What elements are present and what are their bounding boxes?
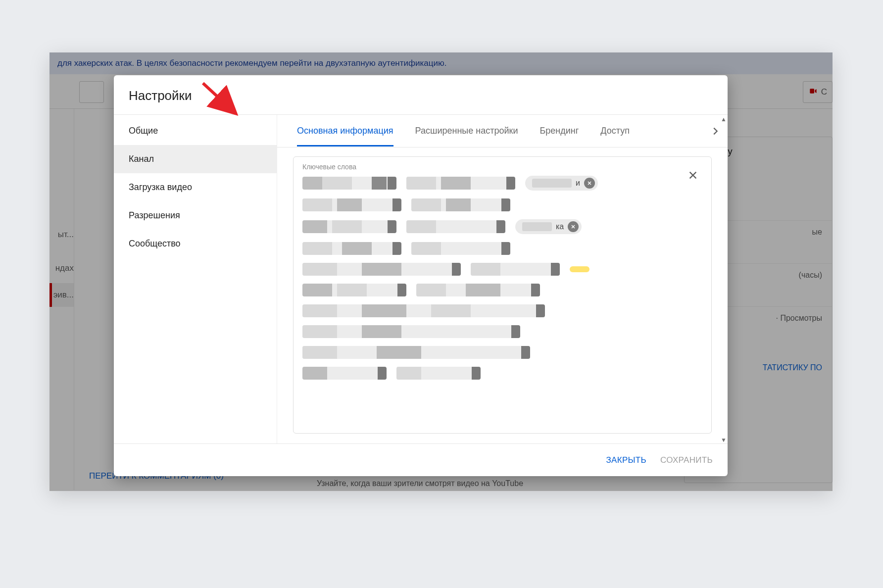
tab-access[interactable]: Доступ bbox=[600, 116, 630, 146]
keyword-chip-partial[interactable]: ка bbox=[515, 219, 582, 234]
chip-remove-icon[interactable] bbox=[568, 221, 579, 232]
sidebar-item-general[interactable]: Общие bbox=[114, 117, 277, 145]
keyword-chip-redacted[interactable] bbox=[406, 177, 515, 190]
keyword-row bbox=[302, 263, 702, 276]
scroll-down-icon[interactable]: ▼ bbox=[721, 437, 727, 442]
scroll-up-icon[interactable]: ▲ bbox=[721, 116, 727, 122]
keywords-field[interactable]: Ключевые слова и bbox=[293, 156, 712, 434]
content-scrollbar[interactable]: ▲ ▼ bbox=[721, 115, 727, 443]
youtube-studio-settings-screenshot: для хакерских атак. В целях безопасности… bbox=[49, 52, 833, 491]
keyword-chip-redacted[interactable] bbox=[302, 325, 520, 338]
keyword-chip-redacted[interactable] bbox=[302, 242, 401, 255]
keyword-chip-redacted[interactable] bbox=[471, 263, 560, 276]
keyword-chip-partial[interactable]: и bbox=[525, 176, 598, 191]
modal-footer: ЗАКРЫТЬ СОХРАНИТЬ bbox=[114, 443, 728, 476]
keyword-chip-redacted[interactable] bbox=[416, 284, 540, 296]
keyword-row bbox=[302, 367, 702, 380]
keyword-chip-redacted[interactable] bbox=[302, 263, 461, 276]
keyword-chip-redacted[interactable] bbox=[411, 198, 510, 211]
settings-sidebar: Общие Канал Загрузка видео Разрешения Со… bbox=[114, 115, 277, 443]
sidebar-item-channel[interactable]: Канал bbox=[114, 145, 277, 173]
keyword-row bbox=[302, 198, 702, 211]
keyword-chip-tail-text: ка bbox=[556, 222, 564, 231]
close-button[interactable]: ЗАКРЫТЬ bbox=[606, 455, 646, 465]
keyword-row bbox=[302, 284, 702, 296]
keyword-row bbox=[302, 242, 702, 255]
sidebar-item-upload[interactable]: Загрузка видео bbox=[114, 173, 277, 201]
keyword-chips-area: и bbox=[302, 176, 702, 380]
settings-content: Основная информация Расширенные настройк… bbox=[277, 115, 728, 443]
keyword-chip-redacted[interactable] bbox=[302, 284, 406, 296]
keyword-chip-redacted[interactable] bbox=[302, 177, 396, 190]
tab-branding[interactable]: Брендинг bbox=[540, 116, 579, 146]
sidebar-item-community[interactable]: Сообщество bbox=[114, 230, 277, 258]
keyword-chip-redacted[interactable] bbox=[302, 220, 396, 233]
keyword-row: ка bbox=[302, 219, 702, 234]
keyword-chip-redacted[interactable] bbox=[302, 346, 530, 359]
channel-tabs: Основная информация Расширенные настройк… bbox=[277, 115, 728, 147]
keyword-chip-redacted[interactable] bbox=[302, 198, 401, 211]
chip-remove-icon[interactable] bbox=[584, 178, 595, 189]
keyword-row bbox=[302, 325, 702, 338]
keyword-chip-redacted[interactable] bbox=[406, 220, 505, 233]
keyword-chip-redacted[interactable] bbox=[302, 304, 545, 317]
keyword-chip-tail-text: и bbox=[576, 179, 580, 188]
keyword-chip-redacted[interactable] bbox=[302, 367, 387, 380]
keywords-label: Ключевые слова bbox=[302, 163, 702, 171]
keyword-row bbox=[302, 346, 702, 359]
keyword-row bbox=[302, 304, 702, 317]
tab-basic-info[interactable]: Основная информация bbox=[297, 116, 393, 146]
keyword-row: и bbox=[302, 176, 702, 191]
keyword-chip-redacted[interactable] bbox=[396, 367, 481, 380]
modal-body: Общие Канал Загрузка видео Разрешения Со… bbox=[114, 114, 728, 443]
sidebar-item-permissions[interactable]: Разрешения bbox=[114, 201, 277, 230]
modal-title: Настройки bbox=[114, 75, 728, 114]
settings-modal: Настройки Общие Канал Загрузка видео Раз… bbox=[114, 75, 728, 476]
tab-advanced[interactable]: Расширенные настройки bbox=[415, 116, 518, 146]
keyword-chip-redacted[interactable] bbox=[411, 242, 510, 255]
clear-keywords-button[interactable] bbox=[686, 168, 700, 183]
keyword-highlight-marker bbox=[570, 266, 589, 272]
save-button[interactable]: СОХРАНИТЬ bbox=[660, 455, 713, 465]
